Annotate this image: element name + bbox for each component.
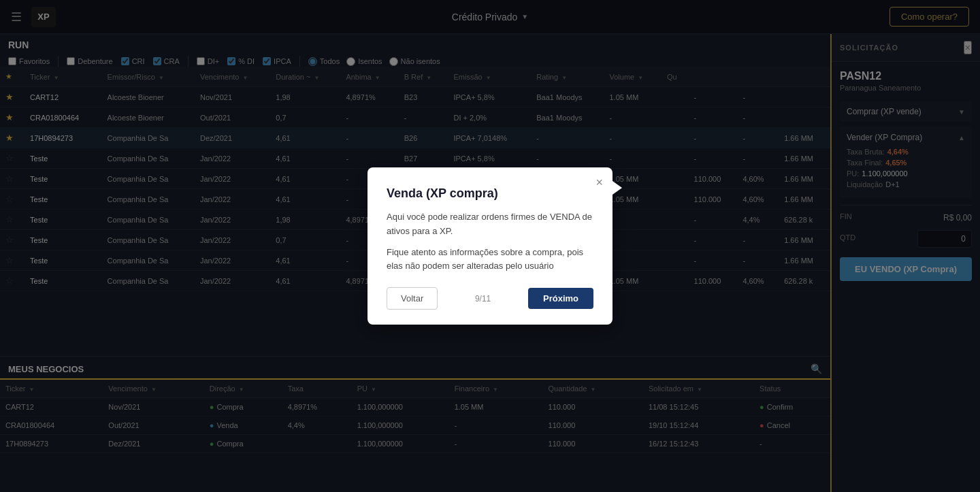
modal-counter: 9/11 [475, 294, 491, 304]
modal-close-button[interactable]: × [595, 176, 603, 190]
venda-modal: × Venda (XP compra) Aqui você pode reali… [368, 167, 612, 325]
modal-title: Venda (XP compra) [387, 186, 593, 201]
modal-body: Aqui você pode realizar ordens firmes de… [387, 210, 593, 274]
modal-overlay: × Venda (XP compra) Aqui você pode reali… [0, 0, 980, 492]
modal-footer: Voltar 9/11 Próximo [387, 287, 593, 310]
modal-next-button[interactable]: Próximo [528, 288, 593, 309]
modal-body-1: Aqui você pode realizar ordens firmes de… [387, 210, 593, 239]
modal-back-button[interactable]: Voltar [387, 287, 438, 310]
modal-body-2: Fique atento as informações sobre a comp… [387, 246, 593, 274]
